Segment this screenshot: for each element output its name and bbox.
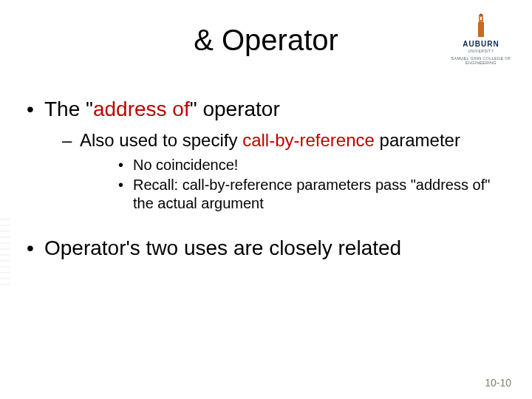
text-fragment-highlight: call-by-reference <box>242 130 375 150</box>
text-fragment: Also used to specify <box>80 130 242 150</box>
slide-body: The "address of" operator Also used to s… <box>27 96 505 270</box>
bullet-level2: Also used to specify call-by-reference p… <box>44 129 505 213</box>
svg-rect-1 <box>478 22 484 37</box>
svg-rect-3 <box>480 17 482 20</box>
logo-text-main: AUBURN <box>448 40 514 48</box>
bullet-level3: Recall: call-by-reference parameters pas… <box>80 176 505 213</box>
text-fragment-highlight: address of <box>93 98 190 120</box>
page-number: 10-10 <box>485 377 511 389</box>
svg-marker-2 <box>479 13 483 16</box>
text-fragment: " operator <box>190 98 280 120</box>
university-logo: AUBURN UNIVERSITY SAMUEL GINN COLLEGE OF… <box>448 13 514 65</box>
logo-text-sub: UNIVERSITY <box>448 49 514 53</box>
slide: & Operator AUBURN UNIVERSITY SAMUEL GINN… <box>0 0 532 399</box>
logo-text-college: SAMUEL GINN COLLEGE OF ENGINEERING <box>448 56 514 65</box>
tower-icon <box>474 13 488 38</box>
bullet-level1: Operator's two uses are closely related <box>27 235 505 261</box>
text-fragment: The " <box>44 98 93 120</box>
bullet-level3: No coincidence! <box>80 156 505 174</box>
text-fragment: parameter <box>375 130 460 150</box>
bullet-level1: The "address of" operator Also used to s… <box>27 96 505 213</box>
decorative-bars <box>0 219 10 307</box>
